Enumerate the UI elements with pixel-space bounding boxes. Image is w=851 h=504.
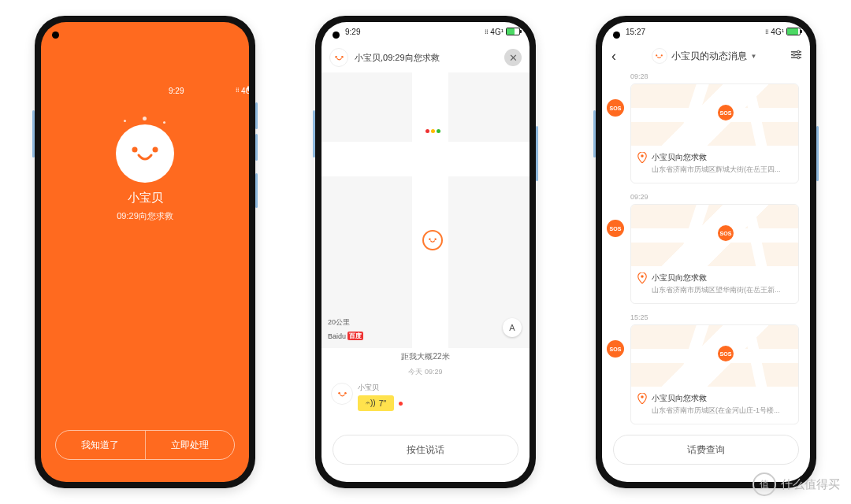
sos-marker-icon: SOS [718, 225, 734, 241]
contact-name: 小宝贝 [116, 191, 174, 206]
map-header-text: 小宝贝,09:29向您求救 [355, 52, 440, 64]
compass-button[interactable]: A [503, 318, 522, 337]
side-button [32, 110, 35, 158]
signal-icon: ⁞⁞ [485, 28, 488, 35]
side-button [313, 110, 315, 158]
phone-3: 15:27 ⁞⁞ 4G¹ ‹ 小宝贝的动态消息 ▼ 09: [596, 16, 816, 488]
camera-hole [613, 32, 620, 39]
traffic-light-icon [426, 129, 440, 133]
camera-hole [333, 32, 340, 39]
side-button [816, 126, 819, 181]
svg-point-4 [429, 239, 430, 240]
status-time: 9:29 [169, 87, 173, 91]
baidu-logo: Baidu百度 [328, 332, 363, 340]
map-header: 小宝贝,09:29向您求救 ✕ [329, 46, 522, 69]
svg-point-15 [641, 395, 644, 398]
status-bar: 9:29 ⁞⁞ 4G¹ [321, 22, 530, 41]
sos-badge: SOS [607, 99, 624, 117]
item-title: 小宝贝向您求救 [652, 393, 780, 404]
sos-avatar-block: 小宝贝 09:29向您求救 [116, 124, 174, 222]
phone-2: 9:29 ⁞⁞ 4G¹ 小宝贝,09:29向您求救 ✕ 20公里 [315, 16, 536, 488]
camera-hole [52, 32, 59, 39]
feed-item[interactable]: 09:28 SOS SOS 小宝贝向您求救 山东省济南市历城区辉城大街(在岳王四… [602, 72, 810, 183]
watermark-icon: 值 [753, 472, 776, 496]
pin-icon [637, 152, 647, 163]
mini-map: SOS [631, 325, 798, 387]
svg-point-2 [335, 55, 337, 57]
item-title: 小宝贝向您求救 [652, 272, 781, 284]
avatar-mini-icon [652, 48, 667, 64]
svg-point-8 [656, 54, 657, 56]
voice-duration: 7'' [379, 399, 386, 408]
battery-icon [506, 28, 520, 35]
svg-point-13 [641, 154, 644, 158]
feed-header: ‹ 小宝贝的动态消息 ▼ [608, 44, 804, 68]
sos-marker-icon: SOS [718, 346, 734, 361]
mini-map: SOS [631, 84, 798, 146]
voice-bubble[interactable]: 𝄐)) 7'' [358, 395, 394, 411]
status-bar: 9:29 ⁞⁞ 4G¹ [145, 79, 249, 98]
sos-badge: SOS [607, 340, 624, 358]
map-scale: 20公里 [328, 317, 350, 328]
distance-label: 距我大概22米 [321, 351, 530, 362]
side-button [255, 102, 258, 129]
back-button[interactable]: ‹ [608, 48, 619, 65]
svg-point-7 [344, 391, 347, 394]
watermark-text: 什么值得买 [781, 477, 840, 492]
feed-title[interactable]: 小宝贝的动态消息 [671, 50, 747, 63]
side-button [593, 110, 596, 158]
svg-point-1 [153, 147, 158, 153]
pin-icon [637, 393, 647, 404]
item-time: 09:29 [630, 193, 799, 201]
mini-map: SOS [631, 205, 798, 266]
svg-point-6 [338, 391, 340, 394]
phone-1: 9:29 ⁞⁞ 4G¹ 小宝贝 09:29向您求救 我知道了 立即处理 [35, 16, 255, 488]
sos-subtitle: 09:29向您求救 [116, 210, 174, 222]
sound-icon: 𝄐)) [366, 398, 376, 408]
close-button[interactable]: ✕ [504, 49, 522, 66]
network-label: 4G¹ [241, 87, 245, 91]
balance-query-button[interactable]: 话费查询 [613, 435, 799, 465]
signal-icon: ⁞⁞ [236, 87, 239, 91]
sos-badge: SOS [607, 220, 624, 237]
network-label: 4G¹ [490, 28, 504, 36]
filter-button[interactable] [789, 50, 804, 62]
svg-point-5 [434, 239, 436, 240]
svg-point-11 [793, 54, 795, 56]
item-address: 山东省济南市历城区辉城大街(在岳王四... [652, 165, 781, 175]
network-label: 4G¹ [771, 28, 784, 36]
signal-icon: ⁞⁞ [765, 28, 768, 35]
feed-item[interactable]: 15:25 SOS SOS 小宝贝向您求救 山东省济南市历城区(在金河山庄-1号… [602, 313, 810, 424]
acknowledge-button[interactable]: 我知道了 [56, 431, 146, 459]
avatar-mini-icon [329, 48, 348, 67]
item-time: 09:28 [630, 72, 799, 80]
side-button [255, 134, 258, 161]
handle-now-button[interactable]: 立即处理 [146, 431, 235, 459]
activity-feed[interactable]: 09:28 SOS SOS 小宝贝向您求救 山东省济南市历城区辉城大街(在岳王四… [602, 72, 810, 427]
feed-item[interactable]: 09:29 SOS SOS 小宝贝向您求救 山东省济南市历城区望华南街(在岳王新… [602, 193, 810, 304]
status-time: 9:29 [345, 28, 360, 36]
sos-marker-icon: SOS [718, 105, 734, 120]
avatar-mini-icon [331, 383, 353, 405]
side-button [536, 126, 538, 181]
item-address: 山东省济南市历城区望华南街(在岳王新... [652, 285, 781, 295]
item-time: 15:25 [630, 313, 799, 321]
status-bar: 15:27 ⁞⁞ 4G¹ [602, 22, 810, 41]
hold-to-talk-button[interactable]: 按住说话 [333, 435, 518, 465]
map-view[interactable]: 20公里 Baidu百度 A [321, 72, 530, 348]
timestamp-label: 今天 09:29 [321, 367, 530, 377]
avatar-face-icon [116, 124, 174, 183]
side-button [255, 173, 258, 208]
action-button-row: 我知道了 立即处理 [55, 430, 235, 460]
svg-point-3 [341, 55, 344, 57]
svg-point-9 [661, 54, 663, 56]
watermark: 值 什么值得买 [753, 472, 840, 496]
svg-point-10 [797, 50, 800, 53]
status-time: 15:27 [626, 28, 645, 36]
svg-point-14 [641, 275, 644, 278]
unread-dot-icon [399, 402, 403, 406]
item-title: 小宝贝向您求救 [652, 152, 781, 163]
battery-icon [786, 28, 801, 35]
voice-sender: 小宝贝 [358, 383, 403, 393]
chevron-down-icon: ▼ [751, 53, 757, 60]
